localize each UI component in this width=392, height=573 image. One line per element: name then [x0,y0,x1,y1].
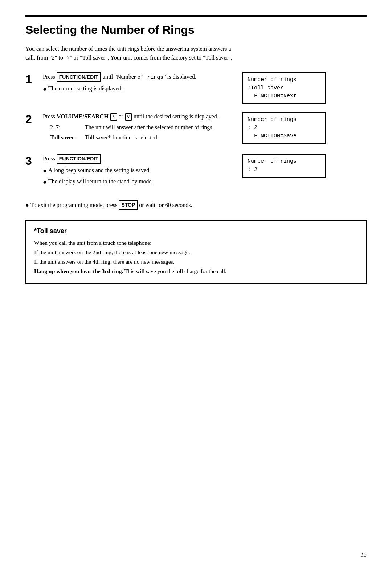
step-3-row: 3 Press FUNCTION/EDIT. ● A long beep sou… [25,154,367,188]
step-2-display-box: Number of rings : 2 FUNCTION=Save [242,112,326,144]
toll-saver-title: *Toll saver [34,227,358,235]
step-3-display: Number of rings : 2 [242,154,326,178]
step-2-instruction: Press VOLUME/SEARCH ∧ or ∨ until the des… [43,112,232,121]
function-edit-button-3: FUNCTION/EDIT [57,154,101,164]
steps-area: 1 Press FUNCTION/EDIT until "Number of r… [25,72,367,196]
step-1-content: Press FUNCTION/EDIT until "Number of rin… [43,72,232,96]
step-3-content: Press FUNCTION/EDIT. ● A long beep sound… [43,154,232,188]
step-2-desc-2: Toll saver* function is selected. [85,133,159,142]
step-3-bullet-1: ● A long beep sounds and the setting is … [43,166,232,176]
step-2-sub-item-1: 2–7: The unit will answer after the sele… [50,123,232,132]
toll-saver-box: *Toll saver When you call the unit from … [25,220,367,284]
toll-saver-line2: If the unit answers on the 2nd ring, the… [34,248,358,257]
exit-note: ● To exit the programming mode, press ST… [25,200,367,210]
step-1-display-box: Number of rings :Toll saver FUNCTION=Nex… [242,72,326,104]
step-3-bullet-2: ● The display will return to the stand-b… [43,177,232,187]
step-1-instruction: Press FUNCTION/EDIT until "Number of rin… [43,72,232,82]
down-arrow-icon: ∨ [125,113,132,121]
step-2-desc-1: The unit will answer after the selected … [85,123,214,132]
step-2-number: 2 [25,112,43,126]
step-2-sub-item-2: Toll saver: Toll saver* function is sele… [50,133,232,142]
toll-saver-line4: Hang up when you hear the 3rd ring. This… [34,267,358,276]
exit-note-suffix: or wait for 60 seconds. [139,201,192,210]
toll-saver-line1: When you call the unit from a touch tone… [34,239,358,247]
step-1-row: 1 Press FUNCTION/EDIT until "Number of r… [25,72,367,104]
step-1-display: Number of rings :Toll saver FUNCTION=Nex… [242,72,326,104]
step-2-term-1: 2–7: [50,123,79,132]
step-3-instruction: Press FUNCTION/EDIT. [43,154,232,164]
page-title: Selecting the Number of Rings [25,23,367,37]
step-2-sub-list: 2–7: The unit will answer after the sele… [50,123,232,142]
step-3-number: 3 [25,154,43,167]
toll-saver-bold: Hang up when you hear the 3rd ring. [34,268,123,274]
step-3-display-box: Number of rings : 2 [242,154,326,178]
exit-note-bullet: ● [25,201,29,210]
top-rule [25,15,367,17]
step-1-number: 1 [25,72,43,86]
step-2-content: Press VOLUME/SEARCH ∧ or ∨ until the des… [43,112,232,143]
volume-search-label: VOLUME/SEARCH [57,113,109,119]
step-2-display: Number of rings : 2 FUNCTION=Save [242,112,326,144]
step-1-code: of rings [137,74,163,81]
page-number: 15 [360,551,367,558]
step-2-row: 2 Press VOLUME/SEARCH ∧ or ∨ until the d… [25,112,367,144]
step-2-term-2: Toll saver: [50,133,79,142]
stop-button: STOP [119,200,138,210]
toll-saver-rest: This will save you the toll charge for t… [124,268,226,274]
intro-paragraph: You can select the number of times the u… [25,45,236,62]
up-arrow-icon: ∧ [110,113,117,121]
toll-saver-line3: If the unit answers on the 4th ring, the… [34,257,358,266]
step-1-bullet-1: ● The current setting is displayed. [43,84,232,94]
function-edit-button-1: FUNCTION/EDIT [57,72,101,82]
exit-note-prefix: To exit the programming mode, press [30,201,118,210]
